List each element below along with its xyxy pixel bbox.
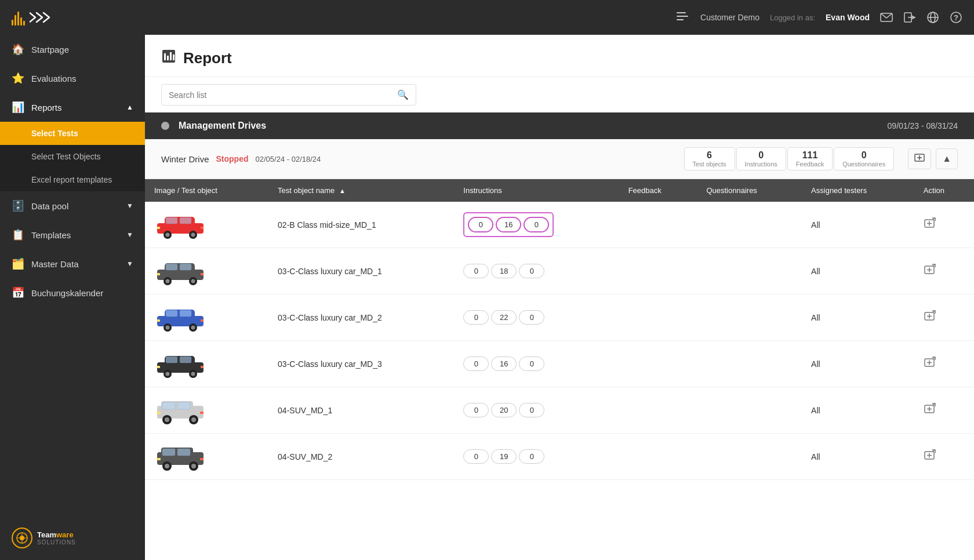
svg-point-40 [166, 279, 170, 283]
top-nav-right: Customer Demo Logged in as: Evan Wood [700, 11, 962, 24]
search-input[interactable] [169, 90, 392, 100]
svg-rect-43 [166, 264, 177, 270]
reports-icon: 📊 [12, 101, 24, 114]
car-image-cell [145, 248, 268, 294]
instructions-badge[interactable]: 0 [463, 310, 489, 325]
svg-rect-57 [166, 310, 177, 317]
action-cell [914, 294, 974, 341]
action-cell [914, 248, 974, 294]
questionnaires-badge[interactable]: 0 [524, 217, 549, 232]
instructions-cell: 0 19 0 [454, 434, 619, 480]
sidebar-label-buchungskalender: Buchungskalender [31, 288, 103, 298]
test-stats: 6 Test objects 0 Instructions 111 Feedba… [684, 147, 895, 170]
questionnaires-badge[interactable]: 0 [519, 264, 544, 278]
globe-icon[interactable] [926, 11, 939, 24]
test-date-range: 02/05/24 - 02/18/24 [256, 155, 321, 163]
hamburger-icon[interactable] [676, 11, 689, 24]
add-report-icon[interactable] [924, 217, 936, 230]
questionnaires-badge[interactable]: 0 [519, 310, 544, 325]
svg-point-56 [191, 326, 195, 330]
sidebar-item-reports[interactable]: 📊 Reports ▲ [0, 93, 145, 122]
instructions-badge[interactable]: 0 [468, 217, 493, 232]
feedback-badge[interactable]: 20 [491, 403, 517, 417]
instructions-badge[interactable]: 0 [463, 403, 489, 417]
templates-icon: 📋 [12, 228, 24, 241]
stat-feedback-label: Feedback [796, 161, 824, 168]
action-cell [914, 202, 974, 248]
car-name-cell: 04-SUV_MD_1 [268, 387, 454, 434]
reports-arrow-icon: ▲ [126, 103, 133, 111]
instructions-badge[interactable]: 0 [463, 357, 489, 371]
questionnaires-cell [697, 387, 802, 434]
svg-rect-29 [166, 217, 177, 224]
th-image: Image / Test object [145, 179, 268, 202]
feedback-cell [619, 294, 697, 341]
instructions-badge[interactable]: 0 [463, 449, 489, 464]
feedback-cell [619, 202, 697, 248]
add-report-button[interactable] [908, 148, 931, 169]
sidebar-item-masterdata[interactable]: 🗂️ Master Data ▼ [0, 249, 145, 278]
car-name-cell: 03-C-Class luxury car_MD_2 [268, 294, 454, 341]
svg-rect-58 [180, 310, 191, 317]
sidebar-item-select-tests[interactable]: Select Tests [0, 122, 145, 145]
stat-questionnaires: 0 Questionnaires [834, 147, 894, 170]
stat-test-objects-label: Test objects [693, 161, 726, 168]
add-report-icon[interactable] [924, 264, 936, 277]
svg-point-26 [166, 233, 170, 237]
testers-cell: All [802, 387, 914, 434]
logout-icon[interactable] [903, 11, 916, 24]
questionnaires-badge[interactable]: 0 [519, 403, 544, 417]
search-bar[interactable]: 🔍 [161, 84, 416, 106]
svg-rect-18 [170, 52, 172, 60]
table-header-row: Image / Test object Test object name ▲ I… [145, 179, 974, 202]
add-report-icon[interactable] [924, 357, 936, 369]
sidebar-item-excel-report-templates[interactable]: Excel report templates [0, 168, 145, 191]
add-report-icon[interactable] [924, 310, 936, 323]
svg-rect-73 [157, 366, 160, 368]
top-navigation: Customer Demo Logged in as: Evan Wood [0, 0, 974, 35]
svg-rect-87 [157, 412, 161, 414]
sidebar-item-evaluations[interactable]: ⭐ Evaluations [0, 64, 145, 93]
feedback-cell [619, 387, 697, 434]
masterdata-icon: 🗂️ [12, 257, 24, 270]
questionnaires-cell [697, 248, 802, 294]
templates-arrow-icon: ▼ [126, 231, 133, 239]
footer-brand: Teamware SOLUTIONS [37, 530, 76, 546]
sidebar-item-templates[interactable]: 📋 Templates ▼ [0, 220, 145, 249]
car-image-cell [145, 341, 268, 387]
svg-rect-16 [164, 53, 166, 60]
logo-waves-icon [12, 9, 25, 26]
add-report-icon[interactable] [924, 449, 936, 462]
feedback-badge[interactable]: 19 [491, 449, 517, 464]
questionnaires-badge[interactable]: 0 [519, 449, 544, 464]
help-icon[interactable]: ? [950, 11, 962, 24]
instructions-badge[interactable]: 0 [463, 264, 489, 278]
feedback-badge[interactable]: 18 [491, 264, 517, 278]
select-tests-label: Select Tests [31, 129, 78, 138]
questionnaires-badge[interactable]: 0 [519, 357, 544, 371]
add-report-icon[interactable] [924, 403, 936, 416]
mail-icon[interactable] [880, 12, 893, 23]
logo-chevrons-icon [30, 9, 59, 26]
svg-point-54 [166, 326, 170, 330]
svg-rect-72 [180, 357, 191, 363]
car-image-cell [145, 294, 268, 341]
sidebar-item-select-test-objects[interactable]: Select Test Objects [0, 145, 145, 168]
feedback-badge[interactable]: 16 [496, 217, 521, 232]
sort-arrow-icon[interactable]: ▲ [339, 187, 346, 194]
svg-point-42 [191, 279, 195, 283]
svg-rect-88 [200, 412, 203, 414]
svg-text:?: ? [954, 13, 958, 22]
collapse-button[interactable]: ▲ [936, 148, 958, 169]
instructions-cell: 0 20 0 [454, 387, 619, 434]
sidebar-item-startpage[interactable]: 🏠 Startpage [0, 35, 145, 64]
sidebar-item-datapool[interactable]: 🗄️ Data pool ▼ [0, 191, 145, 220]
svg-rect-46 [201, 273, 203, 275]
sidebar-item-buchungskalender[interactable]: 📅 Buchungskalender [0, 278, 145, 307]
svg-rect-32 [201, 227, 203, 229]
svg-rect-71 [166, 357, 177, 363]
reports-submenu: Select Tests Select Test Objects Excel r… [0, 122, 145, 191]
svg-rect-59 [157, 319, 160, 322]
feedback-badge[interactable]: 16 [491, 357, 517, 371]
feedback-badge[interactable]: 22 [491, 310, 517, 325]
